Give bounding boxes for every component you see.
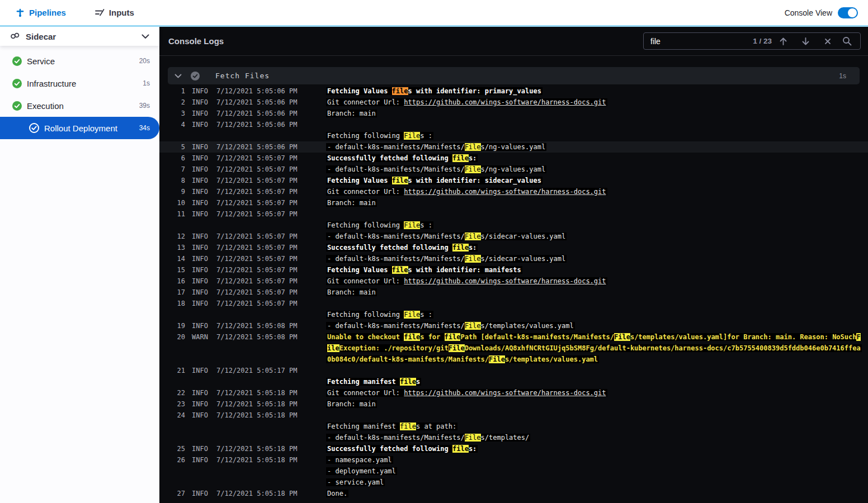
- search-match: File: [404, 132, 420, 140]
- step-execution[interactable]: Execution 39s: [0, 94, 159, 117]
- log-text: Branch: main: [327, 288, 376, 296]
- log-row: 1INFO7/12/2021 5:05:06 PMFetching Values…: [159, 86, 868, 97]
- console-view-toggle[interactable]: [838, 7, 858, 18]
- step-label: Rollout Deployment: [44, 124, 117, 133]
- search-match: File: [465, 322, 481, 330]
- log-text: s/templates/: [481, 434, 530, 442]
- tab-inputs[interactable]: Inputs: [88, 0, 141, 25]
- log-text: Git connector Url:: [327, 188, 404, 196]
- section-title: Fetch Files: [215, 72, 270, 80]
- step-infrastructure[interactable]: Infrastructure 1s: [0, 72, 159, 94]
- log-text: Successfully fetched following: [327, 154, 452, 162]
- log-row: 2INFO7/12/2021 5:05:06 PMGit connector U…: [159, 97, 868, 108]
- log-message: Fetching following Files :: [326, 132, 433, 140]
- log-row: 21INFO7/12/2021 5:05:17 PM: [159, 365, 868, 376]
- log-text: s :: [420, 221, 432, 229]
- stage-link-icon: [10, 32, 20, 40]
- search-match: file: [452, 154, 469, 162]
- log-row: 4INFO7/12/2021 5:05:06 PM: [159, 119, 868, 130]
- log-row: Fetching following Files :: [159, 220, 868, 231]
- log-link[interactable]: https://github.com/wings-software/harnes…: [404, 277, 606, 285]
- log-message: - default-k8s-manifests/Manifests/Files/…: [326, 143, 546, 151]
- log-text: Fetching following: [327, 132, 404, 140]
- search-match: file: [392, 266, 408, 274]
- stage-title: Sidecar: [26, 32, 56, 41]
- log-row: 27INFO7/12/2021 5:05:18 PMDone.: [159, 488, 868, 499]
- collapse-chevron-icon[interactable]: [174, 74, 182, 78]
- success-check-icon: [12, 79, 22, 88]
- log-text: Fetching following: [327, 311, 404, 319]
- console-title: Console Logs: [168, 36, 224, 46]
- search-match: File: [465, 434, 481, 442]
- log-message: Fetching Values files with identifier: p…: [326, 87, 542, 95]
- previous-match-button[interactable]: [772, 37, 794, 46]
- step-label: Service: [27, 56, 55, 66]
- log-row: - service.yaml: [159, 477, 868, 488]
- search-icon[interactable]: [839, 36, 855, 46]
- search-input[interactable]: [650, 37, 752, 46]
- search-match: File: [465, 165, 481, 173]
- log-message: Successfully fetched following files:: [326, 244, 478, 252]
- chevron-down-icon[interactable]: [141, 31, 149, 41]
- log-row: Fetching following Files :: [159, 309, 868, 320]
- log-row: 11INFO7/12/2021 5:05:07 PM: [159, 208, 868, 220]
- log-text: Successfully fetched following: [327, 244, 452, 252]
- stage-header-sidecar[interactable]: Sidecar: [0, 27, 159, 46]
- log-text: s/templates/values.yaml: [481, 322, 574, 330]
- log-text: Done.: [327, 490, 347, 497]
- tab-pipelines[interactable]: Pipelines: [9, 0, 73, 25]
- log-search-box: 1 / 23: [643, 32, 861, 50]
- log-message: - default-k8s-manifests/Manifests/Files/…: [326, 232, 567, 240]
- log-text: Git connector Url:: [327, 98, 404, 106]
- execution-sidebar: Sidecar Service 20s Infrastructure 1s Ex…: [0, 27, 159, 503]
- log-text: s/templates/values.yaml: [505, 355, 598, 363]
- log-link[interactable]: https://github.com/wings-software/harnes…: [404, 389, 606, 397]
- log-text: - default-k8s-manifests/Manifests/: [327, 255, 465, 263]
- log-text: - namespace.yaml: [327, 456, 392, 464]
- log-text: s :: [420, 311, 432, 319]
- log-text: Successfully fetched following: [327, 445, 452, 453]
- log-text: s :: [420, 132, 432, 140]
- log-text: - service.yaml: [327, 478, 384, 486]
- log-link[interactable]: https://github.com/wings-software/harnes…: [404, 188, 606, 196]
- log-row: 25INFO7/12/2021 5:05:18 PMSuccessfully f…: [159, 443, 868, 454]
- log-message: Git connector Url: https://github.com/wi…: [326, 98, 607, 106]
- search-match: file: [452, 244, 469, 252]
- clear-search-button[interactable]: [817, 38, 839, 45]
- pipeline-icon: [16, 8, 25, 17]
- tab-inputs-label: Inputs: [109, 8, 134, 17]
- success-check-icon: [12, 101, 22, 111]
- next-match-button[interactable]: [794, 37, 817, 46]
- log-row: 22INFO7/12/2021 5:05:18 PMGit connector …: [159, 387, 868, 398]
- log-text: - default-k8s-manifests/Manifests/: [327, 322, 465, 330]
- log-text: Path [default-k8s-manifests/Manifests/: [460, 333, 614, 341]
- tab-pipelines-label: Pipelines: [29, 8, 66, 17]
- log-row: 16INFO7/12/2021 5:05:07 PMGit connector …: [159, 276, 868, 287]
- step-service[interactable]: Service 20s: [0, 50, 159, 72]
- log-text: s/ng-values.yaml: [481, 143, 546, 151]
- step-rollout-deployment[interactable]: Rollout Deployment 34s: [0, 117, 159, 139]
- log-section-fetch-files[interactable]: Fetch Files 1s: [168, 67, 860, 84]
- search-match: file: [404, 333, 420, 341]
- log-text: Branch: main: [327, 400, 376, 408]
- log-link[interactable]: https://github.com/wings-software/harnes…: [404, 98, 606, 106]
- log-text: Fetching Values: [327, 87, 392, 95]
- log-row: Fetching manifest files: [159, 376, 868, 387]
- search-match: File: [614, 333, 630, 341]
- search-match: File: [404, 311, 420, 319]
- log-message: Fetching following Files :: [326, 221, 433, 229]
- log-row: 12INFO7/12/2021 5:05:07 PM- default-k8s-…: [159, 231, 868, 242]
- top-navigation-bar: Pipelines Inputs Console View: [0, 0, 868, 25]
- inputs-icon: [95, 8, 105, 17]
- log-text: Unable to checkout: [327, 333, 404, 341]
- log-text: s with identifier: sidecar_values: [408, 177, 541, 184]
- log-text: s: [416, 378, 420, 386]
- log-text: - default-k8s-manifests/Manifests/: [327, 232, 465, 240]
- search-match-count: 1 / 23: [753, 37, 772, 45]
- step-list: Service 20s Infrastructure 1s Execution …: [0, 46, 159, 139]
- search-match: file: [400, 423, 416, 430]
- log-message: Fetching following Files :: [326, 311, 433, 319]
- log-text: Branch: main: [327, 199, 376, 207]
- log-text: Fetching manifest: [327, 378, 400, 386]
- log-message: Git connector Url: https://github.com/wi…: [326, 389, 607, 397]
